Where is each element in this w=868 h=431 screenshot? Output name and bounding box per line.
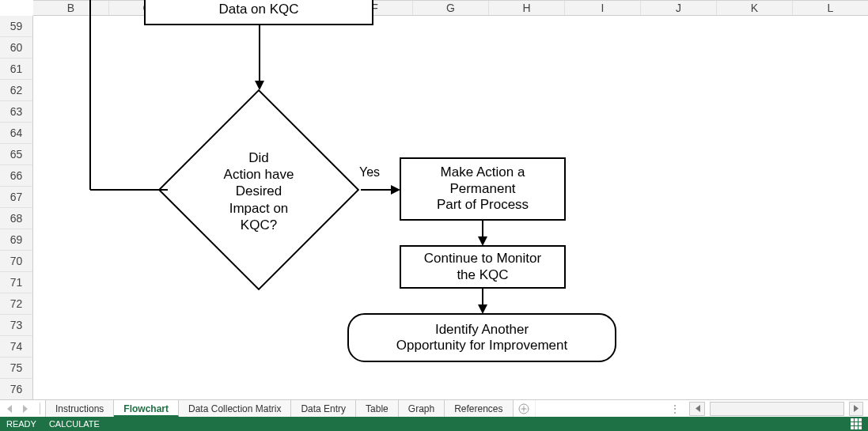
sheet-tabs-row: InstructionsFlowchartData Collection Mat… — [0, 399, 868, 417]
flow-collect-label: Collect AdditionalData on KQC — [207, 0, 310, 17]
flow-decision-diamond — [158, 89, 360, 291]
tabs-menu-icon[interactable]: ⋮ — [666, 403, 684, 415]
sheet-tab-references[interactable]: References — [445, 400, 513, 417]
svg-marker-1 — [255, 81, 264, 90]
svg-marker-15 — [696, 405, 700, 412]
row-header[interactable]: 72 — [0, 293, 33, 315]
arrow-continue-to-identify — [476, 289, 489, 314]
sheet-tab-data-collection-matrix[interactable]: Data Collection Matrix — [179, 400, 291, 417]
row-header[interactable]: 64 — [0, 123, 33, 144]
tab-separator — [40, 403, 40, 414]
flow-make-permanent-label: Make Action aPermanentPart of Process — [437, 164, 529, 213]
view-grid-icon[interactable] — [851, 418, 862, 429]
status-calculate[interactable]: CALCULATE — [49, 419, 100, 429]
sheet-tab-table[interactable]: Table — [356, 400, 399, 417]
plus-circle-icon — [518, 403, 529, 414]
line-loop-left — [89, 0, 168, 191]
sheet-tab-graph[interactable]: Graph — [399, 400, 445, 417]
tab-nav-prev-icon[interactable] — [17, 400, 35, 417]
spreadsheet-grid[interactable]: BCDEFGHIJKL 5960616263646566676869707172… — [0, 0, 868, 395]
row-header[interactable]: 65 — [0, 144, 33, 165]
arrow-permanent-to-continue — [476, 221, 489, 246]
column-header[interactable]: J — [641, 0, 717, 15]
hscroll-track[interactable] — [710, 402, 844, 416]
flow-make-permanent-box: Make Action aPermanentPart of Process — [400, 157, 566, 221]
flow-identify-box: Identify AnotherOpportunity for Improvem… — [347, 313, 616, 362]
row-headers: 596061626364656667686970717273747576 — [0, 16, 33, 400]
new-sheet-button[interactable] — [514, 400, 536, 417]
row-header[interactable]: 60 — [0, 37, 33, 59]
row-header[interactable]: 71 — [0, 272, 33, 293]
sheet-canvas: Collect AdditionalData on KQC DidAction … — [33, 16, 868, 395]
hscroll-left-icon[interactable] — [689, 402, 705, 416]
column-header[interactable]: B — [33, 0, 109, 15]
arrow-collect-to-decision — [253, 25, 266, 90]
sheet-tab-data-entry[interactable]: Data Entry — [291, 400, 356, 417]
svg-marker-10 — [7, 405, 12, 413]
svg-marker-16 — [854, 405, 859, 412]
tab-nav-first-icon[interactable] — [0, 400, 17, 417]
row-header[interactable]: 66 — [0, 165, 33, 187]
row-header[interactable]: 61 — [0, 59, 33, 80]
column-header[interactable]: K — [717, 0, 793, 15]
row-header[interactable]: 73 — [0, 315, 33, 336]
row-header[interactable]: 75 — [0, 357, 33, 379]
row-header[interactable]: 67 — [0, 187, 33, 208]
column-header[interactable]: I — [565, 0, 641, 15]
sheet-tabs-host: InstructionsFlowchartData Collection Mat… — [45, 400, 514, 417]
status-bar: READY CALCULATE — [0, 417, 868, 431]
sheet-tab-instructions[interactable]: Instructions — [45, 400, 114, 417]
column-header[interactable]: G — [413, 0, 489, 15]
flow-identify-label: Identify AnotherOpportunity for Improvem… — [396, 322, 567, 354]
svg-marker-11 — [23, 405, 28, 413]
row-header[interactable]: 74 — [0, 336, 33, 357]
hscroll-right-icon[interactable] — [849, 402, 863, 416]
flow-continue-label: Continue to Monitorthe KQC — [424, 251, 541, 283]
edge-label-yes: Yes — [359, 165, 380, 180]
column-header[interactable]: L — [793, 0, 868, 15]
tabs-right-controls: ⋮ — [666, 400, 868, 417]
row-header[interactable]: 68 — [0, 208, 33, 229]
row-header[interactable]: 63 — [0, 101, 33, 123]
row-header[interactable]: 62 — [0, 80, 33, 101]
row-header[interactable]: 76 — [0, 379, 33, 400]
flow-continue-box: Continue to Monitorthe KQC — [400, 245, 566, 289]
row-header[interactable]: 69 — [0, 229, 33, 251]
sheet-tab-flowchart[interactable]: Flowchart — [114, 400, 179, 417]
flow-collect-box: Collect AdditionalData on KQC — [144, 0, 373, 25]
row-header[interactable]: 70 — [0, 251, 33, 272]
status-ready: READY — [6, 419, 36, 429]
column-header[interactable]: H — [489, 0, 565, 15]
row-header[interactable]: 59 — [0, 16, 33, 37]
arrow-decision-to-permanent — [361, 183, 400, 196]
